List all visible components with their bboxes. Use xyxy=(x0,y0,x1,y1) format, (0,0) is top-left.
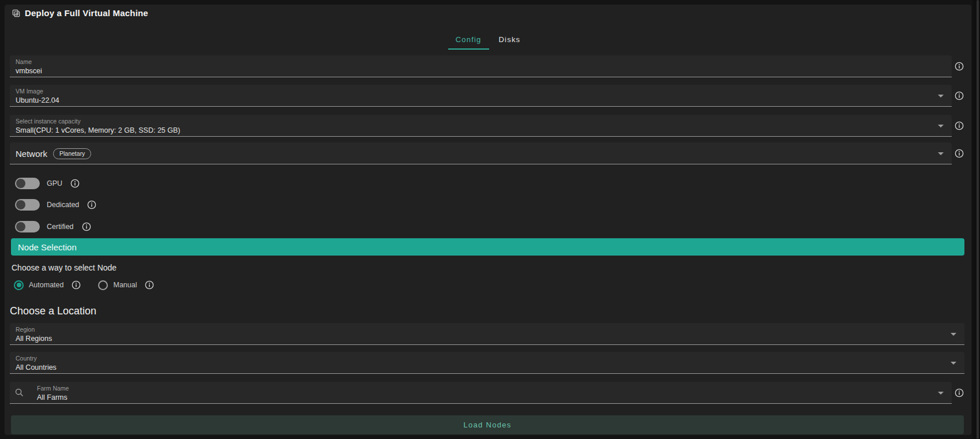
gpu-toggle[interactable] xyxy=(15,178,40,189)
radio-manual[interactable] xyxy=(98,280,108,290)
chevron-down-icon xyxy=(938,125,944,127)
chevron-down-icon xyxy=(938,95,944,97)
name-field-label: Name xyxy=(16,58,944,65)
region-value: All Regions xyxy=(16,334,956,344)
tab-config[interactable]: Config xyxy=(447,29,490,50)
certified-toggle-row: Certified xyxy=(15,220,91,233)
certified-toggle-label: Certified xyxy=(47,223,74,231)
gpu-toggle-row: GPU xyxy=(15,177,80,190)
farm-info-icon[interactable] xyxy=(955,388,964,397)
automated-info-icon[interactable] xyxy=(72,280,81,290)
radio-manual-label: Manual xyxy=(113,281,137,289)
load-nodes-button[interactable]: Load Nodes xyxy=(11,415,964,434)
location-heading: Choose a Location xyxy=(10,305,96,317)
dedicated-toggle[interactable] xyxy=(15,199,40,211)
farm-select[interactable]: Farm Name All Farms xyxy=(10,382,952,404)
name-info-icon[interactable] xyxy=(955,62,964,71)
chevron-down-icon xyxy=(951,333,956,336)
scrollbar-thumb[interactable] xyxy=(977,0,979,439)
manual-info-icon[interactable] xyxy=(145,280,154,290)
vm-image-select[interactable]: VM Image Ubuntu-22.04 xyxy=(10,85,952,107)
chevron-down-icon xyxy=(938,392,944,395)
chevron-down-icon xyxy=(951,362,956,365)
farm-label: Farm Name xyxy=(37,385,944,392)
dedicated-toggle-row: Dedicated xyxy=(15,198,96,211)
dedicated-info-icon[interactable] xyxy=(87,200,96,209)
country-select[interactable]: Country All Countries xyxy=(10,352,964,374)
page-title: Deploy a Full Virtual Machine xyxy=(25,8,148,18)
capacity-value: Small(CPU: 1 vCores, Memory: 2 GB, SSD: … xyxy=(16,126,944,136)
region-select[interactable]: Region All Regions xyxy=(10,323,964,345)
vm-image-label: VM Image xyxy=(16,88,944,95)
vm-image-value: Ubuntu-22.04 xyxy=(16,96,944,106)
certified-toggle[interactable] xyxy=(15,221,40,232)
network-select[interactable]: Network Planetary xyxy=(10,142,952,164)
capacity-info-icon[interactable] xyxy=(955,121,964,130)
node-select-subtitle: Choose a way to select Node xyxy=(12,263,117,272)
toggle-knob xyxy=(16,200,25,209)
node-selection-banner: Node Selection xyxy=(11,238,964,256)
farm-field-text: Farm Name All Farms xyxy=(16,385,944,403)
capacity-label: Select instance capacity xyxy=(16,118,944,125)
deploy-vm-card: Deploy a Full Virtual Machine Config Dis… xyxy=(5,5,971,435)
farm-value: All Farms xyxy=(37,393,944,403)
tab-bar: Config Disks xyxy=(5,29,971,50)
toggle-knob xyxy=(16,179,25,188)
radio-automated-label: Automated xyxy=(29,281,63,289)
search-icon xyxy=(14,388,24,397)
country-value: All Countries xyxy=(16,363,956,373)
radio-automated[interactable] xyxy=(14,280,24,290)
region-label: Region xyxy=(16,326,956,333)
card-header: Deploy a Full Virtual Machine xyxy=(12,8,148,18)
node-select-radio-group: Automated Manual xyxy=(14,280,154,290)
radio-dot xyxy=(17,283,21,287)
capacity-select[interactable]: Select instance capacity Small(CPU: 1 vC… xyxy=(10,115,952,137)
dedicated-toggle-label: Dedicated xyxy=(47,201,79,209)
toggle-knob xyxy=(16,222,25,231)
country-label: Country xyxy=(16,355,956,362)
network-label: Network xyxy=(16,149,47,159)
vm-stack-icon xyxy=(12,9,21,18)
gpu-toggle-label: GPU xyxy=(47,179,62,187)
network-info-icon[interactable] xyxy=(955,149,964,158)
tab-disks[interactable]: Disks xyxy=(490,29,530,50)
name-field-value: vmbscei xyxy=(16,66,944,76)
vm-image-info-icon[interactable] xyxy=(955,91,964,100)
planetary-chip[interactable]: Planetary xyxy=(53,148,91,159)
network-row: Network Planetary xyxy=(16,145,944,164)
name-field[interactable]: Name vmbscei xyxy=(10,55,952,77)
gpu-info-icon[interactable] xyxy=(70,179,80,188)
chevron-down-icon xyxy=(938,152,944,155)
scrollbar-track[interactable] xyxy=(973,0,980,439)
certified-info-icon[interactable] xyxy=(82,222,91,231)
